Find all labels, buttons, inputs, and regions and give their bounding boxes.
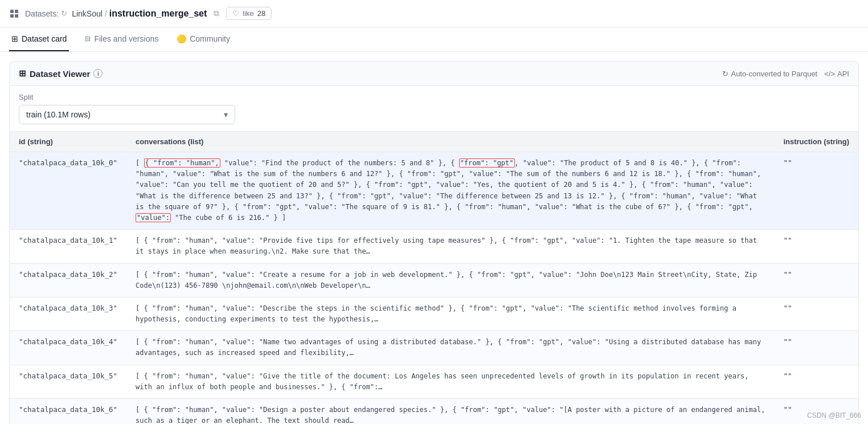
community-icon: 🟡 xyxy=(177,34,186,43)
refresh-small-icon: ↻ xyxy=(722,70,728,78)
split-section: Split train (10.1M rows) ▾ xyxy=(10,86,858,132)
tab-dataset-card[interactable]: ⊞ Dataset card xyxy=(9,27,69,51)
tab-files-versions[interactable]: ⊟ Files and versions xyxy=(83,27,161,51)
col-header-id: id (string) xyxy=(10,132,126,152)
tab-community-label: Community xyxy=(190,34,230,43)
like-label: like xyxy=(243,9,254,18)
code-icon: </> xyxy=(824,70,835,78)
tab-dataset-card-label: Dataset card xyxy=(22,34,67,43)
cell-inst-4: "" xyxy=(774,331,858,365)
cell-conv-0: [ { "from": "human", "value": "Find the … xyxy=(126,152,774,230)
chevron-down-icon: ▾ xyxy=(224,110,228,119)
svg-rect-3 xyxy=(15,14,18,18)
heart-icon: ♡ xyxy=(232,9,239,18)
cell-conv-2: [ { "from": "human", "value": "Create a … xyxy=(126,263,774,297)
svg-rect-0 xyxy=(10,10,14,13)
table-row: "chatalpaca_data_10k_0" [ { "from": "hum… xyxy=(10,152,858,230)
cell-id-3: "chatalpaca_data_10k_3" xyxy=(10,297,126,331)
table-header-row: id (string) conversations (list) instruc… xyxy=(10,132,858,152)
api-label: API xyxy=(837,70,849,78)
breadcrumb-dataset-name[interactable]: instruction_merge_set xyxy=(109,9,207,19)
auto-converted-link[interactable]: ↻ Auto-converted to Parquet xyxy=(722,70,817,78)
breadcrumb-datasets[interactable]: Datasets: xyxy=(25,9,59,18)
dataset-card-icon: ⊞ xyxy=(11,34,18,43)
table-row: "chatalpaca_data_10k_2"[ { "from": "huma… xyxy=(10,263,858,297)
cell-id-6: "chatalpaca_data_10k_6" xyxy=(10,399,126,425)
cell-id-2: "chatalpaca_data_10k_2" xyxy=(10,263,126,297)
svg-rect-2 xyxy=(10,14,14,18)
info-icon[interactable]: i xyxy=(93,69,103,78)
cell-conv-5: [ { "from": "human", "value": "Give the … xyxy=(126,365,774,398)
highlight-value: "value": xyxy=(136,213,171,222)
breadcrumb: Datasets: ↻ LinkSoul / instruction_merge… xyxy=(9,9,219,19)
cell-conv-6: [ { "from": "human", "value": "Design a … xyxy=(126,399,774,425)
tab-community[interactable]: 🟡 Community xyxy=(174,27,232,51)
data-table: id (string) conversations (list) instruc… xyxy=(10,132,858,424)
cell-id-0: "chatalpaca_data_10k_0" xyxy=(10,152,126,230)
grid-icon: ⊞ xyxy=(19,68,26,79)
viewer-title-text: Dataset Viewer xyxy=(30,69,90,79)
cell-conv-3: [ { "from": "human", "value": "Describe … xyxy=(126,297,774,331)
viewer-header: ⊞ Dataset Viewer i ↻ Auto-converted to P… xyxy=(10,62,858,86)
cell-conv-4: [ { "from": "human", "value": "Name two … xyxy=(126,331,774,365)
copy-icon[interactable]: ⧉ xyxy=(214,9,219,18)
viewer-actions: ↻ Auto-converted to Parquet </> API xyxy=(722,70,849,78)
datasets-icon xyxy=(9,9,19,19)
highlight-from-human: { "from": "human", xyxy=(144,158,220,168)
like-count: 28 xyxy=(257,9,265,18)
cell-id-4: "chatalpaca_data_10k_4" xyxy=(10,331,126,365)
files-icon: ⊟ xyxy=(85,35,91,43)
dataset-viewer-panel: ⊞ Dataset Viewer i ↻ Auto-converted to P… xyxy=(9,61,859,424)
table-row: "chatalpaca_data_10k_1"[ { "from": "huma… xyxy=(10,230,858,263)
cell-id-5: "chatalpaca_data_10k_5" xyxy=(10,365,126,398)
tab-files-versions-label: Files and versions xyxy=(94,34,158,43)
cell-conv-1: [ { "from": "human", "value": "Provide f… xyxy=(126,230,774,263)
top-header: Datasets: ↻ LinkSoul / instruction_merge… xyxy=(0,0,868,27)
cell-inst-2: "" xyxy=(774,263,858,297)
viewer-title-section: ⊞ Dataset Viewer i xyxy=(19,68,103,79)
highlight-from-gpt: "from": "gpt" xyxy=(459,158,515,168)
tabs-bar: ⊞ Dataset card ⊟ Files and versions 🟡 Co… xyxy=(0,27,868,52)
svg-rect-1 xyxy=(15,10,18,13)
table-row: "chatalpaca_data_10k_5"[ { "from": "huma… xyxy=(10,365,858,398)
auto-converted-label: Auto-converted to Parquet xyxy=(731,70,817,78)
split-value: train (10.1M rows) xyxy=(26,110,91,119)
main-content: ⊞ Dataset Viewer i ↻ Auto-converted to P… xyxy=(0,61,868,424)
watermark: CSDN @BIT_666 xyxy=(807,411,861,419)
col-header-instruction: instruction (string) xyxy=(774,132,858,152)
api-link[interactable]: </> API xyxy=(824,70,849,78)
cell-id-1: "chatalpaca_data_10k_1" xyxy=(10,230,126,263)
table-row: "chatalpaca_data_10k_6"[ { "from": "huma… xyxy=(10,399,858,425)
cell-inst-1: "" xyxy=(774,230,858,263)
split-select[interactable]: train (10.1M rows) ▾ xyxy=(19,105,235,124)
breadcrumb-slash: / xyxy=(105,9,107,18)
table-row: "chatalpaca_data_10k_4"[ { "from": "huma… xyxy=(10,331,858,365)
col-header-conversations: conversations (list) xyxy=(126,132,774,152)
refresh-icon: ↻ xyxy=(61,9,67,18)
table-row: "chatalpaca_data_10k_3"[ { "from": "huma… xyxy=(10,297,858,331)
table-container: id (string) conversations (list) instruc… xyxy=(10,132,858,424)
split-label: Split xyxy=(19,93,849,101)
like-button[interactable]: ♡ like 28 xyxy=(226,7,272,20)
cell-inst-3: "" xyxy=(774,297,858,331)
breadcrumb-org[interactable]: LinkSoul xyxy=(72,9,103,18)
cell-inst-5: "" xyxy=(774,365,858,398)
cell-inst-0: "" xyxy=(774,152,858,230)
